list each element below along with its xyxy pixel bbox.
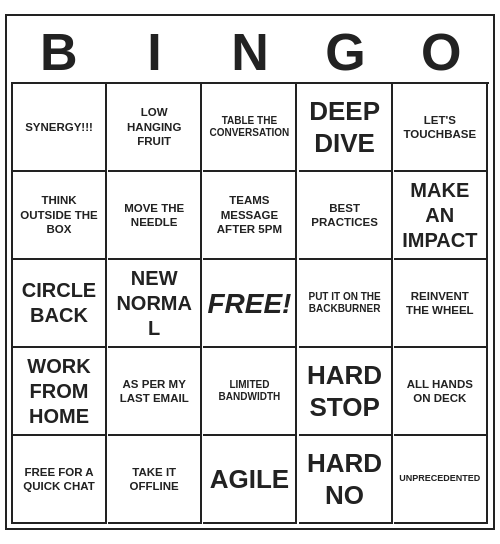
bingo-cell-16[interactable]: AS PER MY LAST EMAIL — [108, 348, 202, 436]
bingo-cell-10[interactable]: CIRCLE BACK — [13, 260, 107, 348]
bingo-cell-3[interactable]: DEEP DIVE — [299, 84, 393, 172]
bingo-cell-8[interactable]: BEST PRACTICES — [299, 172, 393, 260]
bingo-cell-15[interactable]: WORK FROM HOME — [13, 348, 107, 436]
bingo-cell-22[interactable]: AGILE — [203, 436, 297, 524]
bingo-cell-23[interactable]: HARD NO — [299, 436, 393, 524]
bingo-cell-2[interactable]: TABLE THE CONVERSATION — [203, 84, 297, 172]
bingo-cell-5[interactable]: THINK OUTSIDE THE BOX — [13, 172, 107, 260]
bingo-cell-21[interactable]: TAKE IT OFFLINE — [108, 436, 202, 524]
bingo-cell-18[interactable]: HARD STOP — [299, 348, 393, 436]
bingo-cell-6[interactable]: MOVE THE NEEDLE — [108, 172, 202, 260]
bingo-cell-12[interactable]: Free! — [203, 260, 297, 348]
bingo-header: BINGO — [11, 20, 489, 82]
header-letter-b: B — [15, 26, 103, 78]
bingo-cell-19[interactable]: ALL HANDS ON DECK — [394, 348, 488, 436]
bingo-cell-1[interactable]: LOW HANGING FRUIT — [108, 84, 202, 172]
header-letter-g: G — [302, 26, 390, 78]
bingo-cell-24[interactable]: UNPRECEDENTED — [394, 436, 488, 524]
bingo-cell-17[interactable]: LIMITED BANDWIDTH — [203, 348, 297, 436]
bingo-cell-7[interactable]: TEAMS MESSAGE AFTER 5PM — [203, 172, 297, 260]
bingo-card: BINGO SYNERGY!!!LOW HANGING FRUITTABLE T… — [5, 14, 495, 530]
bingo-cell-4[interactable]: LET'S TOUCHBASE — [394, 84, 488, 172]
bingo-cell-20[interactable]: FREE FOR A QUICK CHAT — [13, 436, 107, 524]
bingo-cell-13[interactable]: PUT IT ON THE BACKBURNER — [299, 260, 393, 348]
bingo-cell-14[interactable]: REINVENT THE WHEEL — [394, 260, 488, 348]
bingo-cell-9[interactable]: MAKE AN IMPACT — [394, 172, 488, 260]
bingo-cell-11[interactable]: NEW NORMAL — [108, 260, 202, 348]
header-letter-i: I — [110, 26, 198, 78]
header-letter-n: N — [206, 26, 294, 78]
bingo-cell-0[interactable]: SYNERGY!!! — [13, 84, 107, 172]
bingo-grid: SYNERGY!!!LOW HANGING FRUITTABLE THE CON… — [11, 82, 489, 524]
header-letter-o: O — [397, 26, 485, 78]
